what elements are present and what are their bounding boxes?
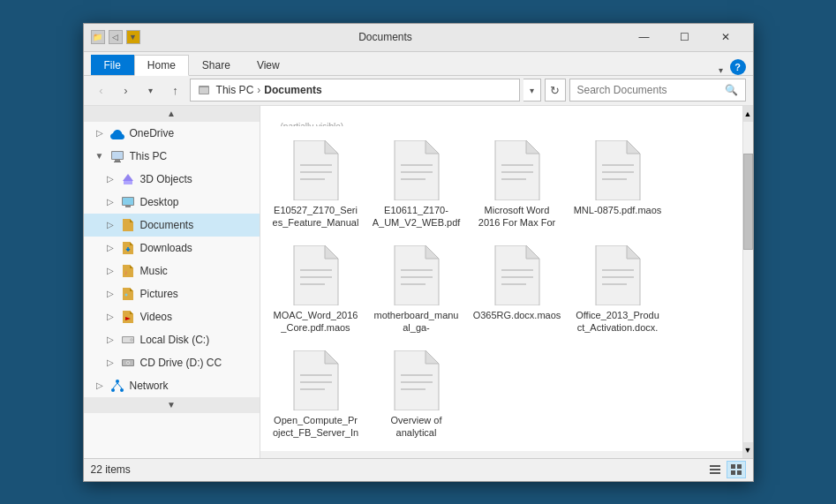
file-icon-9 [390, 350, 443, 410]
file-item-6[interactable]: O365RG.docx.maos [469, 237, 566, 339]
sidebar-label-3d: 3D Objects [140, 173, 192, 185]
tab-file[interactable]: File [91, 55, 134, 75]
sidebar-item-local-disk[interactable]: ▷ Local Disk (C:) [84, 328, 260, 351]
sidebar-item-cd-drive[interactable]: ▷ CD Drive (D:) CC [84, 351, 260, 374]
svg-rect-60 [731, 464, 735, 469]
window-title: Documents [147, 31, 624, 43]
scrollbar-up[interactable]: ▲ [743, 106, 753, 122]
sidebar-item-3d-objects[interactable]: ▷ 3D Objects [84, 168, 260, 191]
onedrive-icon [110, 126, 124, 140]
title-bar-icons: 📁 ◁ ▼ [91, 30, 140, 44]
file-item-partial-1[interactable]: (partially visible)... [267, 113, 365, 131]
svg-point-24 [120, 388, 124, 392]
forward-button[interactable]: › [116, 79, 137, 101]
ribbon: File Home Share View ▾ ? [84, 52, 753, 76]
sidebar-scroll-down[interactable]: ▼ [84, 397, 260, 413]
svg-rect-11 [125, 206, 131, 207]
main-area: ▲ ▷ OneDrive ▼ This PC ▷ [84, 106, 753, 458]
svg-rect-5 [115, 160, 120, 162]
file-label-9: Overview of analytical steps.docx.maos [373, 414, 461, 440]
file-item-1[interactable]: E10611_Z170-A_UM_V2_WEB.pdf.maos [368, 132, 465, 234]
sidebar-label-this-pc: This PC [130, 150, 168, 162]
title-icon-2: ◁ [109, 30, 123, 44]
path-item-2: Documents [264, 84, 321, 96]
sidebar-item-onedrive[interactable]: ▷ OneDrive [84, 122, 260, 145]
partial-file-row: (partially visible)... [267, 113, 746, 131]
grid-view-button[interactable] [727, 461, 746, 478]
tab-home[interactable]: Home [134, 55, 189, 76]
list-view-button[interactable] [705, 461, 725, 478]
expand-icon-downloads: ▷ [105, 243, 116, 252]
sidebar-item-network[interactable]: ▷ Network [84, 374, 260, 397]
expand-icon-network: ▷ [94, 380, 105, 390]
vertical-scrollbar[interactable]: ▲ ▼ [742, 106, 753, 458]
scrollbar-track [743, 122, 753, 442]
file-item-2[interactable]: Microsoft Word 2016 For Max For Legal Pr… [469, 132, 566, 234]
tab-share[interactable]: Share [189, 55, 244, 75]
sidebar-item-music[interactable]: ▷ ♪ Music [84, 260, 260, 282]
sidebar-scroll-up[interactable]: ▲ [84, 106, 260, 122]
file-icon-2 [491, 140, 544, 200]
help-button[interactable]: ? [730, 59, 746, 75]
address-dropdown-button[interactable]: ▾ [523, 79, 541, 102]
file-item-7[interactable]: Office_2013_Product_Activation.docx.maos [569, 237, 667, 339]
file-item-9[interactable]: Overview of analytical steps.docx.maos [368, 342, 465, 444]
file-label-3: MNL-0875.pdf.maos [574, 204, 662, 216]
expand-icon-onedrive: ▷ [94, 128, 105, 138]
sidebar-label-local-disk: Local Disk (C:) [140, 334, 210, 346]
scrollbar-down[interactable]: ▼ [743, 442, 753, 458]
recent-locations-button[interactable]: ▾ [140, 79, 162, 101]
address-bar: ‹ › ▾ ↑ This PC › Documents ▾ ↻ 🔍 [84, 76, 753, 106]
sidebar-item-downloads[interactable]: ▷ Downloads [84, 237, 260, 260]
close-button[interactable]: ✕ [705, 23, 746, 51]
search-input[interactable] [577, 84, 721, 96]
tab-view[interactable]: View [244, 55, 293, 75]
desktop-icon [121, 195, 135, 209]
svg-marker-7 [123, 174, 133, 181]
file-explorer-window: 📁 ◁ ▼ Documents — ☐ ✕ File Home Share Vi… [83, 23, 754, 482]
sidebar-item-this-pc[interactable]: ▼ This PC [84, 145, 260, 168]
file-item-4[interactable]: MOAC_Word_2016_Core.pdf.maos [267, 237, 365, 339]
scrollbar-thumb[interactable] [743, 154, 753, 250]
svg-point-21 [127, 362, 129, 364]
title-icon-3: ▼ [126, 30, 140, 44]
title-icon-1: 📁 [91, 30, 105, 44]
file-item-8[interactable]: Open_Compute_Project_FB_Server_Intel_Mot… [267, 342, 365, 444]
file-grid: E10527_Z170_Series_Feature_Manual_UM_WEB… [267, 132, 746, 444]
ribbon-collapse-chevron[interactable]: ▾ [719, 65, 723, 75]
file-area: (partially visible)... [260, 106, 753, 451]
file-icon-8 [290, 350, 343, 410]
search-box[interactable]: 🔍 [569, 79, 746, 102]
svg-rect-1 [200, 87, 208, 94]
sidebar-label-videos: Videos [140, 311, 172, 323]
search-icon: 🔍 [725, 84, 738, 96]
sidebar-item-documents[interactable]: ▷ Documents [84, 214, 260, 237]
file-item-3[interactable]: MNL-0875.pdf.maos [569, 132, 667, 234]
maximize-button[interactable]: ☐ [665, 23, 705, 51]
sidebar-label-pictures: Pictures [140, 288, 178, 300]
file-icon-5 [390, 245, 443, 305]
refresh-button[interactable]: ↻ [545, 79, 566, 102]
this-pc-icon [110, 149, 124, 163]
sidebar-item-videos[interactable]: ▷ Videos [84, 305, 260, 328]
file-item-0[interactable]: E10527_Z170_Series_Feature_Manual_UM_WEB… [267, 132, 365, 234]
sidebar-item-pictures[interactable]: ▷ Pictures [84, 282, 260, 305]
svg-rect-59 [710, 472, 720, 474]
file-icon-7 [591, 245, 644, 305]
documents-icon [121, 218, 135, 232]
up-button[interactable]: ↑ [165, 79, 186, 101]
file-label-2: Microsoft Word 2016 For Max For Legal Pr… [473, 204, 561, 229]
minimize-button[interactable]: — [624, 23, 665, 51]
svg-rect-63 [737, 470, 742, 475]
svg-rect-10 [123, 198, 133, 205]
svg-rect-4 [112, 152, 123, 159]
address-path[interactable]: This PC › Documents [190, 79, 520, 102]
file-label-5: motherboard_manual_ga-8irx_e.pdf.maos [373, 309, 461, 335]
file-label-8: Open_Compute_Project_FB_Server_Intel_Mot… [272, 414, 360, 440]
expand-icon-cd: ▷ [105, 357, 116, 367]
file-item-5[interactable]: motherboard_manual_ga-8irx_e.pdf.maos [368, 237, 465, 339]
sidebar-item-desktop[interactable]: ▷ Desktop [84, 191, 260, 214]
back-button[interactable]: ‹ [91, 79, 112, 101]
sidebar-label-documents: Documents [140, 219, 194, 231]
local-disk-icon [121, 333, 135, 347]
